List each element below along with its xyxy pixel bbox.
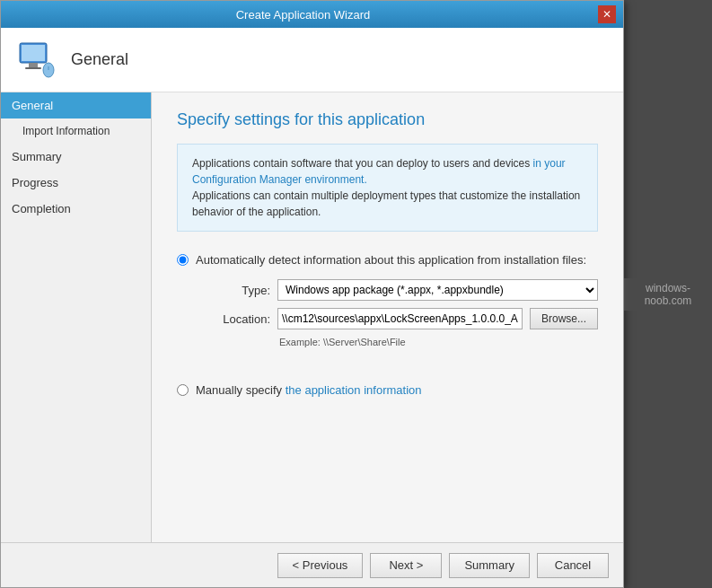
- browse-button[interactable]: Browse...: [530, 308, 598, 329]
- watermark: windows-noob.com: [624, 278, 712, 311]
- location-input[interactable]: [277, 308, 523, 329]
- footer: < Previous Next > Summary Cancel: [1, 542, 623, 587]
- close-button[interactable]: ✕: [598, 5, 616, 23]
- sidebar-item-summary[interactable]: Summary: [1, 144, 151, 170]
- svg-rect-3: [25, 67, 41, 69]
- svg-rect-2: [29, 63, 38, 67]
- info-highlight: in your Configuration Manager environmen…: [192, 157, 566, 186]
- manual-link: the application information: [286, 383, 422, 397]
- sidebar: General Import Information Summary Progr…: [1, 92, 152, 542]
- computer-icon: [16, 39, 57, 81]
- header-bar: General: [1, 28, 623, 92]
- previous-button[interactable]: < Previous: [277, 553, 364, 578]
- summary-button[interactable]: Summary: [449, 553, 530, 578]
- sidebar-item-import-information[interactable]: Import Information: [1, 118, 151, 144]
- type-label: Type:: [198, 284, 270, 297]
- type-select[interactable]: Windows app package (*.appx, *.appxbundl…: [277, 279, 598, 301]
- info-box: Applications contain software that you c…: [177, 144, 598, 232]
- next-button[interactable]: Next >: [370, 553, 442, 578]
- content-area: General Import Information Summary Progr…: [1, 92, 623, 542]
- type-row: Type: Windows app package (*.appx, *.app…: [198, 279, 598, 301]
- wizard-window: Create Application Wizard ✕ General Gene…: [0, 0, 624, 588]
- manual-radio[interactable]: [177, 384, 189, 396]
- window-title: Create Application Wizard: [8, 8, 598, 22]
- header-icon-container: [15, 39, 58, 82]
- location-row: Location: Browse...: [198, 308, 598, 329]
- example-text: Example: \\Server\Share\File: [279, 337, 598, 347]
- auto-detect-section: Automatically detect information about t…: [177, 253, 598, 355]
- sidebar-item-progress[interactable]: Progress: [1, 170, 151, 196]
- main-content: Specify settings for this application Ap…: [152, 92, 623, 542]
- svg-rect-1: [22, 45, 45, 61]
- location-label: Location:: [198, 312, 270, 326]
- header-title: General: [71, 50, 128, 69]
- auto-detect-label[interactable]: Automatically detect information about t…: [177, 253, 598, 267]
- cancel-button[interactable]: Cancel: [537, 553, 609, 578]
- manual-section: Manually specify the application informa…: [177, 383, 598, 397]
- form-grid: Type: Windows app package (*.appx, *.app…: [198, 279, 598, 347]
- info-line1: Applications contain software that you c…: [192, 157, 566, 186]
- auto-detect-radio[interactable]: [177, 254, 189, 266]
- info-line2: Applications can contain multiple deploy…: [192, 189, 580, 218]
- sidebar-item-completion[interactable]: Completion: [1, 196, 151, 222]
- main-heading: Specify settings for this application: [177, 110, 598, 129]
- title-bar: Create Application Wizard ✕: [1, 1, 623, 28]
- sidebar-item-general[interactable]: General: [1, 92, 151, 118]
